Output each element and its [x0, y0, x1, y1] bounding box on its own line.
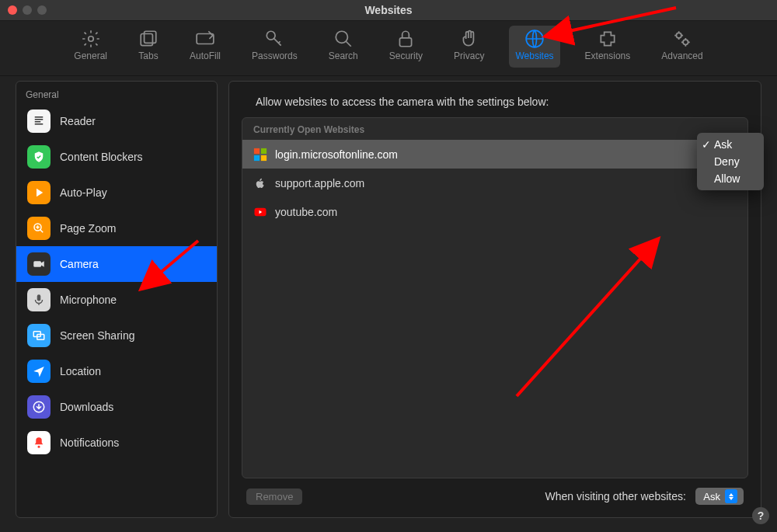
select-value: Ask [703, 491, 720, 502]
popup-option-ask[interactable]: Ask [697, 136, 764, 153]
download-icon [27, 395, 51, 419]
tab-label: Security [389, 50, 423, 61]
tab-label: AutoFill [190, 50, 221, 61]
tab-label: Extensions [585, 50, 631, 61]
window-title: Websites [0, 4, 777, 16]
shield-icon [27, 145, 51, 169]
sidebar-item-content-blockers[interactable]: Content Blockers [16, 139, 217, 175]
microsoft-icon [253, 148, 267, 162]
tab-privacy[interactable]: Privacy [448, 26, 490, 68]
preferences-toolbar: General Tabs AutoFill Passwords Search S… [0, 21, 777, 76]
help-button[interactable]: ? [752, 507, 769, 524]
list-header: Currently Open Websites [242, 118, 747, 140]
popup-option-allow[interactable]: Allow [697, 170, 764, 187]
sidebar-item-label: Camera [60, 258, 99, 270]
tab-label: Passwords [252, 50, 298, 61]
website-domain: youtube.com [275, 206, 337, 218]
sidebar-item-label: Notifications [60, 436, 119, 449]
globe-icon [524, 29, 545, 49]
reader-icon [27, 110, 51, 133]
tab-label: Advanced [661, 50, 702, 61]
tab-websites[interactable]: Websites [509, 26, 559, 68]
svg-point-16 [38, 446, 40, 448]
svg-rect-11 [33, 261, 41, 267]
website-row[interactable]: support.apple.com [242, 169, 747, 197]
panel-heading: Allow websites to access the camera with… [256, 96, 747, 108]
tab-passwords[interactable]: Passwords [246, 26, 304, 68]
sidebar-item-screen-sharing[interactable]: Screen Sharing [16, 318, 217, 353]
svg-rect-6 [400, 38, 412, 47]
select-stepper-icon [725, 489, 737, 503]
main-panel: Allow websites to access the camera with… [228, 81, 761, 518]
tab-label: Tabs [138, 50, 158, 61]
sidebar-item-reader[interactable]: Reader [16, 103, 217, 139]
svg-rect-2 [145, 31, 156, 43]
svg-rect-17 [254, 148, 260, 153]
puzzle-icon [598, 29, 618, 49]
sidebar-item-label: Reader [60, 115, 96, 127]
window-controls [8, 5, 47, 15]
sidebar-item-label: Page Zoom [60, 222, 116, 235]
website-domain: support.apple.com [275, 177, 364, 190]
pencil-icon [195, 29, 215, 49]
location-icon [27, 360, 51, 383]
sidebar-item-label: Screen Sharing [60, 329, 135, 342]
sidebar-item-microphone[interactable]: Microphone [16, 282, 217, 318]
key-icon [264, 29, 284, 49]
svg-point-9 [683, 40, 688, 45]
other-websites-label: When visiting other websites: [545, 490, 686, 502]
sidebar-item-location[interactable]: Location [16, 353, 217, 389]
preferences-window: Websites General Tabs AutoFill Passwords [0, 0, 777, 532]
svg-rect-19 [254, 155, 260, 160]
play-icon [27, 181, 51, 204]
microphone-icon [27, 288, 51, 311]
sidebar-item-downloads[interactable]: Downloads [16, 389, 217, 425]
svg-point-8 [676, 33, 681, 38]
svg-rect-3 [197, 34, 214, 44]
tab-search[interactable]: Search [322, 26, 364, 68]
sidebar-item-auto-play[interactable]: Auto-Play [16, 175, 217, 210]
tab-tabs[interactable]: Tabs [132, 26, 165, 68]
minimize-window-button[interactable] [23, 5, 32, 15]
tabs-icon [138, 29, 159, 49]
camera-icon [27, 252, 51, 276]
hand-icon [459, 29, 479, 49]
bell-icon [27, 431, 51, 454]
tab-extensions[interactable]: Extensions [579, 26, 637, 68]
remove-button[interactable]: Remove [246, 489, 302, 505]
sidebar-header: General [16, 86, 217, 103]
sidebar-item-label: Location [60, 365, 101, 377]
tab-label: Privacy [454, 50, 484, 61]
gears-icon [672, 29, 692, 49]
youtube-icon [253, 205, 267, 219]
sidebar-item-label: Microphone [60, 294, 117, 306]
sidebar-item-label: Content Blockers [60, 151, 143, 163]
tab-label: Search [329, 50, 358, 61]
zoom-window-button[interactable] [37, 5, 47, 15]
popup-option-deny[interactable]: Deny [697, 153, 764, 170]
svg-rect-12 [37, 294, 41, 301]
permission-popup: Ask Deny Allow [697, 133, 764, 190]
lock-icon [395, 29, 416, 49]
tab-label: General [74, 50, 107, 61]
sidebar: General Reader Content Blockers [16, 81, 218, 518]
zoom-icon [27, 217, 51, 240]
website-domain: login.microsoftonline.com [275, 148, 398, 161]
sidebar-item-notifications[interactable]: Notifications [16, 425, 217, 461]
svg-rect-18 [261, 148, 267, 153]
svg-point-0 [88, 37, 93, 42]
tab-advanced[interactable]: Advanced [655, 26, 709, 68]
tab-security[interactable]: Security [383, 26, 429, 68]
sidebar-item-camera[interactable]: Camera [16, 246, 217, 282]
apple-icon [253, 176, 267, 190]
tab-autofill[interactable]: AutoFill [183, 26, 227, 68]
website-row[interactable]: youtube.com [242, 197, 747, 226]
website-row[interactable]: login.microsoftonline.com [242, 140, 747, 169]
other-websites-select[interactable]: Ask [695, 488, 744, 505]
search-icon [333, 29, 354, 49]
tab-general[interactable]: General [68, 26, 113, 68]
sidebar-item-page-zoom[interactable]: Page Zoom [16, 210, 217, 246]
svg-rect-1 [141, 34, 152, 46]
close-window-button[interactable] [8, 5, 17, 15]
svg-rect-20 [261, 155, 267, 160]
